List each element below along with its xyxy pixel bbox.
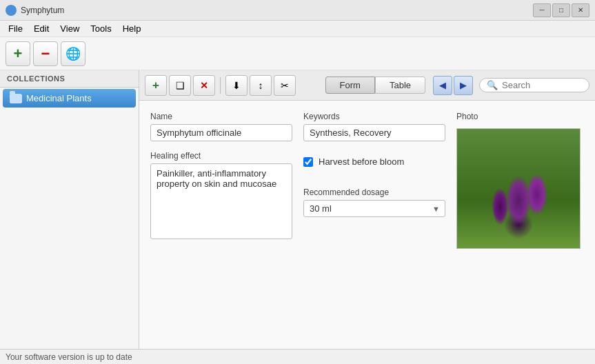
close-button[interactable]: ✕ (572, 3, 589, 17)
sync-button[interactable]: ↕ (250, 75, 272, 96)
harvest-checkbox[interactable] (303, 157, 313, 167)
photo-display[interactable] (456, 128, 581, 249)
main-toolbar: + − 🌐 (0, 37, 595, 70)
minimize-button[interactable]: ─ (533, 3, 551, 17)
status-bar: Your software version is up to date (0, 349, 595, 364)
dosage-field-group: Recommended dosage 30 ml 15 ml 45 ml 60 … (303, 188, 445, 217)
menu-file[interactable]: File (3, 22, 28, 35)
dosage-select-wrapper: 30 ml 15 ml 45 ml 60 ml ▼ (303, 200, 445, 217)
folder-icon (10, 94, 22, 103)
globe-button[interactable]: 🌐 (61, 41, 85, 66)
form-left-column: Name Healing effect Painkiller, anti-inf… (150, 112, 292, 338)
search-input[interactable] (502, 80, 582, 90)
add-icon: + (152, 79, 159, 92)
import-button[interactable]: ⬇ (225, 75, 248, 96)
tools-icon: ✂ (281, 80, 289, 91)
nav-back-button[interactable]: ◀ (433, 76, 452, 95)
view-toggle: Form Table (325, 77, 425, 94)
globe-icon: 🌐 (65, 46, 81, 61)
delete-record-button[interactable]: ✕ (193, 75, 215, 96)
minus-icon: − (41, 45, 50, 63)
search-icon: 🔍 (487, 80, 498, 90)
menu-view[interactable]: View (54, 22, 85, 35)
collections-header: COLLECTIONS (0, 70, 139, 88)
add-record-button[interactable]: + (145, 75, 167, 96)
menu-tools[interactable]: Tools (85, 22, 117, 35)
healing-textarea[interactable]: Painkiller, anti-inflammatory property o… (150, 163, 292, 239)
menu-bar: File Edit View Tools Help (0, 21, 595, 37)
window-title: Symphytum (21, 6, 533, 15)
keywords-label: Keywords (303, 112, 445, 121)
sidebar: COLLECTIONS Medicinal Plants (0, 70, 139, 349)
window-controls: ─ □ ✕ (533, 3, 589, 17)
content-area: + ❑ ✕ ⬇ ↕ ✂ Form Table (139, 70, 595, 349)
name-field-group: Name (150, 112, 292, 141)
name-input[interactable] (150, 124, 292, 141)
maximize-button[interactable]: □ (552, 3, 570, 17)
harvest-label: Harvest before bloom (319, 156, 404, 167)
delete-icon: ✕ (200, 80, 208, 91)
nav-arrows: ◀ ▶ (433, 76, 473, 95)
import-icon: ⬇ (232, 80, 241, 91)
app-icon (6, 5, 17, 16)
table-view-button[interactable]: Table (375, 77, 425, 94)
form-middle-column: Keywords Harvest before bloom Recommende… (303, 112, 445, 338)
duplicate-icon: ❑ (176, 80, 185, 91)
forward-icon: ▶ (460, 80, 467, 90)
plant-photo (457, 129, 580, 248)
name-label: Name (150, 112, 292, 121)
separator-1 (220, 77, 221, 94)
photo-label: Photo (456, 112, 584, 121)
keywords-input[interactable] (303, 124, 445, 141)
main-area: COLLECTIONS Medicinal Plants + ❑ ✕ ⬇ ↕ (0, 70, 595, 349)
form-area: Name Healing effect Painkiller, anti-inf… (139, 101, 595, 349)
status-message: Your software version is up to date (6, 352, 132, 362)
menu-edit[interactable]: Edit (28, 22, 54, 35)
add-button[interactable]: + (6, 41, 30, 66)
collection-label: Medicinal Plants (26, 93, 92, 103)
content-toolbar: + ❑ ✕ ⬇ ↕ ✂ Form Table (139, 70, 595, 101)
sidebar-item-medicinal-plants[interactable]: Medicinal Plants (3, 89, 136, 108)
form-view-button[interactable]: Form (325, 77, 375, 94)
delete-button[interactable]: − (33, 41, 58, 66)
duplicate-record-button[interactable]: ❑ (169, 75, 191, 96)
harvest-row: Harvest before bloom (303, 156, 445, 167)
nav-forward-button[interactable]: ▶ (454, 76, 473, 95)
plus-icon: + (14, 45, 23, 63)
dosage-label: Recommended dosage (303, 188, 445, 197)
healing-label: Healing effect (150, 151, 292, 161)
sync-icon: ↕ (259, 80, 263, 91)
harvest-checkbox-group: Harvest before bloom (303, 151, 445, 167)
tools-button[interactable]: ✂ (274, 75, 296, 96)
keywords-field-group: Keywords (303, 112, 445, 141)
healing-field-group: Healing effect Painkiller, anti-inflamma… (150, 151, 292, 241)
photo-column: Photo (456, 112, 584, 338)
title-bar: Symphytum ─ □ ✕ (0, 0, 595, 21)
search-box: 🔍 (479, 78, 589, 92)
menu-help[interactable]: Help (117, 22, 147, 35)
back-icon: ◀ (439, 80, 446, 90)
dosage-select[interactable]: 30 ml 15 ml 45 ml 60 ml (303, 200, 445, 217)
